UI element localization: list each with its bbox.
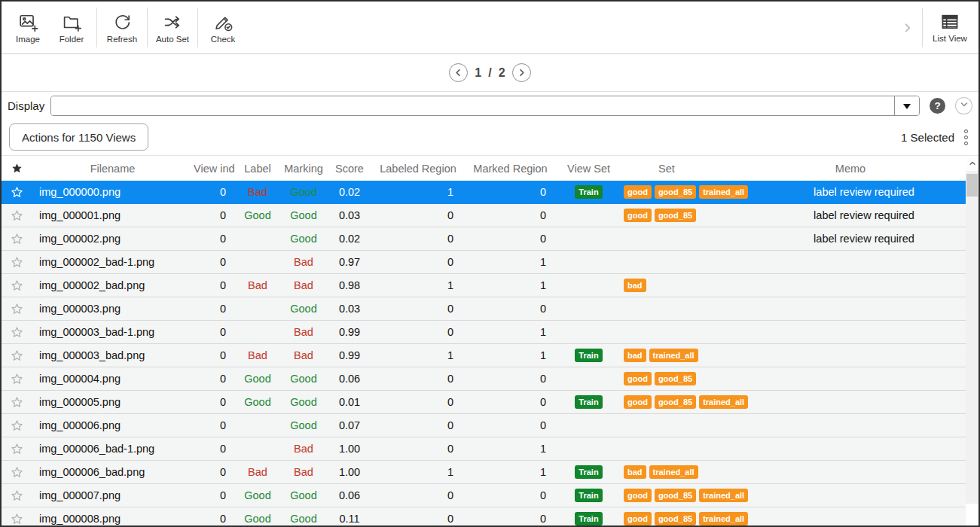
- table-row[interactable]: img_000001.png 0 Good Good 0.03 0 0 good…: [2, 204, 966, 227]
- prev-page-button[interactable]: [449, 63, 468, 82]
- cell-label: Bad: [235, 349, 280, 361]
- toolbar-item-label: Check: [211, 35, 236, 44]
- cell-set: goodgood_85trained_all: [621, 185, 762, 199]
- row-star-icon[interactable]: [2, 465, 32, 480]
- col-header-label[interactable]: Label: [235, 163, 280, 175]
- cell-labeled-region: 1: [372, 466, 464, 478]
- cell-label: Good: [235, 373, 280, 385]
- cell-marking: Bad: [280, 326, 327, 338]
- row-star-icon[interactable]: [2, 349, 32, 363]
- table-row[interactable]: img_000006_bad.png 0 Bad Bad 1.00 1 1 Tr…: [2, 461, 966, 484]
- table-row[interactable]: img_000003.png 0 Good 0.03 0 0: [2, 297, 966, 321]
- row-star-icon[interactable]: [2, 302, 32, 316]
- row-star-icon[interactable]: [2, 419, 32, 433]
- display-input[interactable]: [51, 96, 894, 115]
- col-header-memo[interactable]: Memo: [762, 163, 966, 175]
- header-star-icon[interactable]: [2, 162, 32, 175]
- row-star-icon[interactable]: [2, 442, 32, 456]
- cell-marked-region: 1: [464, 326, 557, 338]
- pagination: 1 / 2: [2, 54, 978, 92]
- col-header-set[interactable]: Set: [621, 163, 762, 175]
- scrollbar-thumb[interactable]: [966, 174, 978, 196]
- cell-marking: Good: [280, 489, 327, 501]
- toolbar-overflow-chevron[interactable]: [896, 2, 919, 53]
- row-star-icon[interactable]: [2, 489, 32, 503]
- cell-marked-region: 0: [464, 186, 557, 198]
- kebab-menu-icon[interactable]: [963, 127, 969, 148]
- folder-add-button[interactable]: Folder: [50, 2, 93, 53]
- col-header-labeled-region[interactable]: Labeled Region: [372, 163, 464, 175]
- cell-view-set: Train: [557, 185, 621, 199]
- cell-marked-region: 1: [464, 349, 557, 361]
- row-star-icon[interactable]: [2, 209, 32, 223]
- display-dropdown-button[interactable]: [894, 96, 919, 115]
- cell-view-set: Train: [557, 512, 621, 525]
- cell-labeled-region: 0: [372, 326, 464, 338]
- row-star-icon[interactable]: [2, 185, 32, 200]
- table-row[interactable]: img_000008.png 0 Good Good 0.11 0 0 Trai…: [2, 507, 966, 527]
- cell-labeled-region: 0: [372, 256, 464, 268]
- col-header-marking[interactable]: Marking: [280, 163, 327, 175]
- cell-score: 0.99: [327, 349, 372, 361]
- row-star-icon[interactable]: [2, 279, 32, 293]
- table-row[interactable]: img_000004.png 0 Good Good 0.06 0 0 good…: [2, 367, 966, 391]
- table-row[interactable]: img_000000.png 0 Bad Good 0.02 1 0 Train…: [2, 181, 966, 204]
- cell-filename: img_000003_bad.png: [32, 349, 194, 361]
- refresh-button[interactable]: Refresh: [100, 2, 144, 53]
- table-row[interactable]: img_000006_bad-1.png 0 Bad 1.00 0 1: [2, 437, 966, 461]
- list-view-button[interactable]: List View: [926, 2, 974, 53]
- next-page-button[interactable]: [512, 63, 531, 82]
- collapse-panel-button[interactable]: [955, 97, 972, 114]
- check-button[interactable]: Check: [201, 2, 245, 53]
- table-row[interactable]: img_000006.png 0 Good 0.07 0 0: [2, 414, 966, 437]
- table-row[interactable]: img_000007.png 0 Good Good 0.06 0 0 Trai…: [2, 484, 966, 507]
- col-header-view-index[interactable]: View index: [194, 163, 235, 175]
- cell-score: 0.03: [327, 303, 372, 315]
- cell-marking: Good: [280, 513, 327, 525]
- view-set-badge: Train: [575, 465, 602, 479]
- cell-filename: img_000004.png: [32, 373, 194, 385]
- row-star-icon[interactable]: [2, 325, 32, 340]
- image-add-button[interactable]: Image: [6, 2, 50, 53]
- cell-view-set: Train: [557, 465, 621, 479]
- row-star-icon[interactable]: [2, 232, 32, 246]
- set-badge: good_85: [655, 489, 696, 502]
- view-set-badge: Train: [575, 512, 602, 525]
- cell-view-set: Train: [557, 349, 621, 362]
- set-badge: bad: [624, 465, 646, 479]
- table-row[interactable]: img_000005.png 0 Good Good 0.01 0 0 Trai…: [2, 391, 966, 414]
- cell-label: Good: [235, 513, 280, 525]
- cell-filename: img_000003_bad-1.png: [32, 326, 194, 338]
- cell-view-index: 0: [194, 256, 235, 268]
- scroll-up-button[interactable]: [966, 156, 978, 171]
- toolbar-separator: [197, 8, 198, 47]
- toolbar-item-label: Image: [16, 35, 40, 44]
- cell-set: goodgood_85trained_all: [621, 489, 762, 502]
- view-set-badge: Train: [575, 185, 602, 199]
- col-header-view-set[interactable]: View Set: [557, 163, 621, 175]
- folder-add-icon: [62, 12, 82, 32]
- col-header-marked-region[interactable]: Marked Region: [464, 163, 557, 175]
- auto-set-button[interactable]: Auto Set: [151, 2, 194, 53]
- set-badge: trained_all: [699, 489, 748, 502]
- col-header-filename[interactable]: Filename: [32, 163, 194, 175]
- row-star-icon[interactable]: [2, 255, 32, 270]
- cell-view-index: 0: [194, 279, 235, 291]
- actions-button[interactable]: Actions for 1150 Views: [9, 123, 148, 151]
- table-row[interactable]: img_000002.png 0 Good 0.02 0 0 label rev…: [2, 227, 966, 251]
- row-star-icon[interactable]: [2, 372, 32, 386]
- table-row[interactable]: img_000003_bad.png 0 Bad Bad 0.99 1 1 Tr…: [2, 344, 966, 367]
- cell-set: goodgood_85trained_all: [621, 512, 762, 525]
- page-separator: /: [488, 66, 491, 80]
- row-star-icon[interactable]: [2, 512, 32, 526]
- table-row[interactable]: img_000002_bad.png 0 Bad Bad 0.98 1 1 ba…: [2, 274, 966, 297]
- table-row[interactable]: img_000003_bad-1.png 0 Bad 0.99 0 1: [2, 321, 966, 344]
- col-header-score[interactable]: Score: [327, 163, 372, 175]
- cell-view-index: 0: [194, 326, 235, 338]
- help-button[interactable]: ?: [930, 98, 945, 114]
- row-star-icon[interactable]: [2, 395, 32, 410]
- image-add-icon: [18, 12, 38, 32]
- vertical-scrollbar[interactable]: [966, 156, 978, 504]
- cell-labeled-region: 0: [372, 396, 464, 408]
- table-row[interactable]: img_000002_bad-1.png 0 Bad 0.97 0 1: [2, 251, 966, 274]
